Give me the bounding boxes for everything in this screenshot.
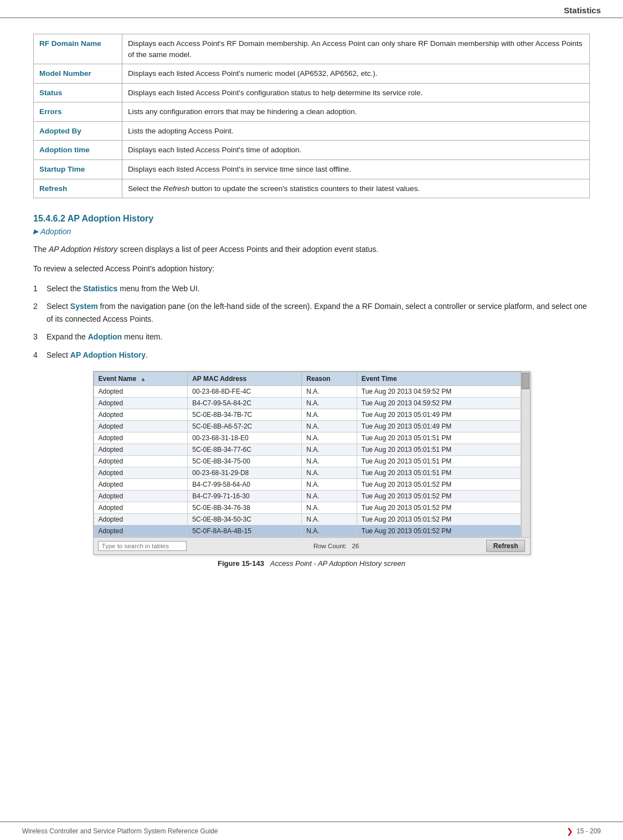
figure-caption: Figure 15-143 Access Point - AP Adoption…: [218, 559, 405, 568]
ap-cell-mac: 00-23-68-31-18-E0: [188, 432, 302, 444]
ap-cell-mac: 00-23-68-31-29-D8: [188, 467, 302, 479]
col-mac: AP MAC Address: [188, 372, 302, 386]
table-row[interactable]: Adopted00-23-68-31-29-D8N.A.Tue Aug 20 2…: [94, 467, 521, 479]
table-row[interactable]: Adopted5C-0F-8A-8A-4B-15N.A.Tue Aug 20 2…: [94, 525, 521, 537]
list-item: 4Select AP Adoption History.: [33, 349, 590, 361]
table-row[interactable]: AdoptedB4-C7-99-71-16-30N.A.Tue Aug 20 2…: [94, 491, 521, 502]
step-content: Select System from the navigation pane (…: [47, 300, 590, 325]
ap-cell-time: Tue Aug 20 2013 05:01:52 PM: [357, 525, 521, 537]
step-number: 1: [33, 282, 47, 295]
table-row[interactable]: Adopted5C-0E-8B-34-7B-7CN.A.Tue Aug 20 2…: [94, 409, 521, 421]
step-content: Select the Statistics menu from the Web …: [47, 282, 590, 295]
col-event-time: Event Time: [357, 372, 521, 386]
ap-cell-event: Adopted: [94, 409, 188, 421]
table-row[interactable]: Adopted00-23-68-8D-FE-4CN.A.Tue Aug 20 2…: [94, 386, 521, 398]
ap-cell-time: Tue Aug 20 2013 05:01:51 PM: [357, 467, 521, 479]
steps-list: 1Select the Statistics menu from the Web…: [33, 282, 590, 361]
highlight-blue: Statistics: [83, 284, 117, 293]
ap-cell-reason: N.A.: [302, 421, 357, 432]
ap-cell-mac: 5C-0E-8B-34-50-3C: [188, 514, 302, 525]
ap-cell-time: Tue Aug 20 2013 05:01:51 PM: [357, 456, 521, 467]
ap-cell-reason: N.A.: [302, 386, 357, 398]
page-title: Statistics: [564, 6, 601, 15]
ap-cell-time: Tue Aug 20 2013 04:59:52 PM: [357, 398, 521, 409]
table-row[interactable]: Adopted5C-0E-8B-34-50-3CN.A.Tue Aug 20 2…: [94, 514, 521, 525]
ap-table-wrapper: Event Name ▲ AP MAC Address Reason Event…: [93, 371, 531, 555]
sort-icon: ▲: [141, 376, 146, 382]
row-count-value: 26: [352, 543, 359, 549]
field-name: Model Number: [34, 64, 122, 84]
table-with-scroll: Event Name ▲ AP MAC Address Reason Event…: [94, 372, 530, 537]
ap-table-body: Adopted00-23-68-8D-FE-4CN.A.Tue Aug 20 2…: [94, 386, 521, 537]
ap-cell-event: Adopted: [94, 444, 188, 456]
table-scroll-inner: Event Name ▲ AP MAC Address Reason Event…: [94, 372, 521, 537]
ap-cell-reason: N.A.: [302, 502, 357, 514]
field-description: Displays each listed Access Point's time…: [122, 141, 590, 160]
ap-cell-time: Tue Aug 20 2013 05:01:52 PM: [357, 514, 521, 525]
table-row: Adopted ByLists the adopting Access Poin…: [34, 121, 590, 141]
search-input[interactable]: [98, 541, 187, 551]
ap-cell-event: Adopted: [94, 467, 188, 479]
ap-cell-time: Tue Aug 20 2013 05:01:51 PM: [357, 432, 521, 444]
field-name: Errors: [34, 102, 122, 122]
ap-cell-mac: 00-23-68-8D-FE-4C: [188, 386, 302, 398]
nav-label: Adoption: [40, 227, 71, 236]
ap-cell-reason: N.A.: [302, 409, 357, 421]
nav-arrow-icon: ▶: [33, 228, 38, 235]
highlight-blue: System: [70, 302, 98, 311]
field-description: Select the Refresh button to update the …: [122, 179, 590, 198]
table-row[interactable]: Adopted5C-0E-8B-34-75-00N.A.Tue Aug 20 2…: [94, 456, 521, 467]
ap-cell-event: Adopted: [94, 479, 188, 491]
step-content: Select AP Adoption History.: [47, 349, 590, 361]
scrollbar-thumb[interactable]: [522, 373, 529, 389]
field-description: Displays each Access Point's RF Domain m…: [122, 34, 590, 64]
table-row[interactable]: Adopted00-23-68-31-18-E0N.A.Tue Aug 20 2…: [94, 432, 521, 444]
ap-cell-reason: N.A.: [302, 491, 357, 502]
field-description: Lists the adopting Access Point.: [122, 121, 590, 141]
step-number: 2: [33, 300, 47, 325]
ap-cell-event: Adopted: [94, 456, 188, 467]
field-name: Adoption time: [34, 141, 122, 160]
table-row[interactable]: AdoptedB4-C7-99-5A-84-2CN.A.Tue Aug 20 2…: [94, 398, 521, 409]
field-name: Adopted By: [34, 121, 122, 141]
list-item: 3Expand the Adoption menu item.: [33, 331, 590, 343]
field-name: RF Domain Name: [34, 34, 122, 64]
page-footer: Wireless Controller and Service Platform…: [0, 821, 623, 840]
table-row[interactable]: Adopted5C-0E-8B-34-77-6CN.A.Tue Aug 20 2…: [94, 444, 521, 456]
scrollbar-track[interactable]: [521, 372, 530, 537]
table-row[interactable]: Adopted5C-0E-8B-34-76-38N.A.Tue Aug 20 2…: [94, 502, 521, 514]
ap-cell-event: Adopted: [94, 421, 188, 432]
table-row: RF Domain NameDisplays each Access Point…: [34, 34, 590, 64]
refresh-button[interactable]: Refresh: [486, 540, 526, 552]
footer-left: Wireless Controller and Service Platform…: [22, 827, 218, 835]
table-row[interactable]: Adopted5C-0E-8B-A6-57-2CN.A.Tue Aug 20 2…: [94, 421, 521, 432]
table-row[interactable]: AdoptedB4-C7-99-58-64-A0N.A.Tue Aug 20 2…: [94, 479, 521, 491]
ap-cell-reason: N.A.: [302, 525, 357, 537]
footer-logo: ❯ 15 - 209: [567, 827, 601, 836]
highlight-blue: Adoption: [88, 332, 122, 341]
field-name: Status: [34, 83, 122, 102]
list-item: 2Select System from the navigation pane …: [33, 300, 590, 325]
ap-cell-time: Tue Aug 20 2013 05:01:49 PM: [357, 409, 521, 421]
ap-cell-mac: B4-C7-99-71-16-30: [188, 491, 302, 502]
table-row: Adoption timeDisplays each listed Access…: [34, 141, 590, 160]
ap-cell-reason: N.A.: [302, 444, 357, 456]
ap-cell-mac: 5C-0E-8B-34-76-38: [188, 502, 302, 514]
footer-right: 15 - 209: [576, 827, 601, 835]
ap-cell-reason: N.A.: [302, 456, 357, 467]
intro-paragraph: The AP Adoption History screen displays …: [33, 244, 590, 255]
ap-cell-mac: 5C-0E-8B-34-77-6C: [188, 444, 302, 456]
ap-cell-time: Tue Aug 20 2013 05:01:52 PM: [357, 502, 521, 514]
field-name: Startup Time: [34, 159, 122, 179]
figure-label: Figure 15-143: [218, 559, 264, 568]
main-content: RF Domain NameDisplays each Access Point…: [0, 28, 623, 601]
ap-table-footer: Row Count: 26 Refresh: [94, 537, 530, 554]
field-description: Displays each listed Access Point's in s…: [122, 159, 590, 179]
table-row: Startup TimeDisplays each listed Access …: [34, 159, 590, 179]
ap-cell-time: Tue Aug 20 2013 05:01:49 PM: [357, 421, 521, 432]
nav-link[interactable]: ▶ Adoption: [33, 227, 590, 236]
highlight-blue: AP Adoption History: [70, 351, 146, 359]
field-description: Displays each listed Access Point's conf…: [122, 83, 590, 102]
step-number: 4: [33, 349, 47, 361]
field-description: Lists any configuration errors that may …: [122, 102, 590, 122]
